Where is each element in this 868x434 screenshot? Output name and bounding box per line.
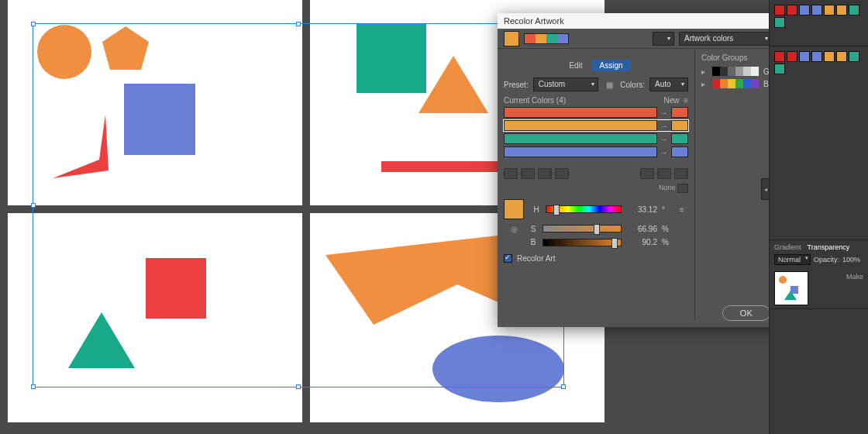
dialog-title: Recolor Artwork bbox=[504, 16, 564, 26]
colors-label: Colors: bbox=[620, 81, 645, 89]
swatch[interactable] bbox=[824, 5, 835, 16]
swatch[interactable] bbox=[836, 5, 847, 16]
recolor-art-checkbox[interactable] bbox=[504, 254, 512, 263]
preset-label: Preset: bbox=[504, 81, 529, 89]
swatch[interactable] bbox=[849, 5, 859, 16]
blend-mode-dropdown[interactable]: Normal bbox=[774, 254, 811, 265]
hsb-preview-swatch[interactable] bbox=[504, 199, 524, 219]
color-mode-icon[interactable]: ◎ bbox=[504, 222, 524, 235]
bri-value[interactable]: 90.2 bbox=[626, 238, 657, 246]
active-color-swatch[interactable] bbox=[504, 31, 519, 46]
color-group-strip[interactable] bbox=[712, 79, 759, 88]
hue-unit: ° bbox=[662, 205, 671, 214]
swatch[interactable] bbox=[799, 5, 810, 16]
color-mapping-row[interactable]: → bbox=[504, 133, 688, 144]
swatch[interactable] bbox=[774, 64, 785, 74]
color-group-strip[interactable] bbox=[712, 67, 759, 76]
swatch[interactable] bbox=[774, 17, 785, 28]
mapping-from-swatch[interactable] bbox=[504, 133, 657, 144]
mapping-from-swatch[interactable] bbox=[504, 120, 657, 131]
exclude-icon[interactable] bbox=[538, 168, 552, 179]
hue-slider[interactable] bbox=[546, 205, 622, 213]
current-colors-label: Current Colors (4) bbox=[504, 96, 566, 105]
tab-edit[interactable]: Edit bbox=[561, 60, 590, 71]
preset-options-icon[interactable]: ▦ bbox=[603, 78, 615, 91]
find-colors-icon[interactable] bbox=[640, 168, 654, 179]
shape-square[interactable] bbox=[124, 84, 195, 155]
artboard-3[interactable] bbox=[8, 213, 302, 422]
swatch[interactable] bbox=[774, 5, 785, 16]
artwork-colors-dropdown[interactable]: Artwork colors bbox=[679, 32, 772, 46]
chevron-right-icon: ▸ bbox=[701, 80, 708, 88]
new-row-icon[interactable] bbox=[555, 168, 569, 179]
swatch[interactable] bbox=[787, 5, 797, 16]
mapping-to-swatch[interactable] bbox=[671, 107, 688, 118]
shape-circle[interactable] bbox=[37, 25, 91, 79]
sat-slider[interactable] bbox=[542, 225, 622, 232]
opacity-label: Opacity: bbox=[814, 256, 839, 264]
make-mask-button[interactable]: Make bbox=[846, 273, 863, 281]
random-sat-icon[interactable] bbox=[674, 168, 688, 179]
swatch[interactable] bbox=[811, 5, 822, 16]
swatch[interactable] bbox=[836, 51, 847, 62]
tab-gradient[interactable]: Gradient bbox=[774, 243, 801, 251]
shape-square[interactable] bbox=[146, 258, 206, 319]
shape-triangle[interactable] bbox=[418, 56, 488, 113]
colors-dropdown[interactable]: Auto bbox=[649, 78, 688, 91]
shape-ellipse[interactable] bbox=[432, 336, 564, 402]
hue-value[interactable]: 33.12 bbox=[626, 205, 657, 214]
swatches-panel[interactable] bbox=[770, 46, 868, 240]
transparency-thumbnail[interactable] bbox=[774, 271, 808, 305]
panel-collapse-tab[interactable]: ◂ bbox=[761, 178, 769, 200]
swatch[interactable] bbox=[849, 51, 859, 62]
slider-mode-icon[interactable]: ≡ bbox=[676, 203, 688, 215]
ok-button[interactable]: OK bbox=[722, 305, 770, 321]
mapping-from-swatch[interactable] bbox=[504, 146, 657, 157]
color-panel[interactable] bbox=[770, 0, 868, 46]
swatch[interactable] bbox=[811, 51, 822, 62]
separate-icon[interactable] bbox=[521, 168, 535, 179]
active-harmony-strip[interactable] bbox=[524, 33, 569, 44]
sat-value[interactable]: 66.96 bbox=[626, 225, 657, 233]
shape-flag[interactable] bbox=[53, 115, 122, 178]
arrow-icon: → bbox=[660, 122, 668, 130]
arrow-icon: → bbox=[660, 108, 668, 117]
mapping-from-swatch[interactable] bbox=[504, 107, 657, 118]
shape-triangle[interactable] bbox=[68, 312, 135, 368]
mapping-to-swatch[interactable] bbox=[671, 133, 688, 144]
color-mapping-row[interactable]: → bbox=[504, 120, 688, 131]
none-swatch[interactable] bbox=[677, 184, 688, 193]
opacity-value[interactable]: 100% bbox=[842, 256, 860, 264]
svg-marker-0 bbox=[102, 26, 149, 70]
dialog-left-pane: Edit Assign Preset: Custom ▦ Colors: Aut… bbox=[498, 49, 695, 320]
bri-unit: % bbox=[662, 238, 671, 246]
sat-label: S bbox=[529, 225, 538, 233]
shape-square[interactable] bbox=[356, 23, 426, 93]
swatch[interactable] bbox=[824, 51, 835, 62]
preset-dropdown[interactable]: Custom bbox=[533, 78, 599, 91]
artboard-1[interactable] bbox=[8, 0, 302, 205]
color-mapping-row[interactable]: → bbox=[504, 146, 688, 157]
transparency-panel[interactable]: Gradient Transparency Normal Opacity: 10… bbox=[770, 240, 868, 309]
bri-label: B bbox=[529, 238, 538, 246]
swatch[interactable] bbox=[774, 51, 785, 62]
mapping-to-swatch[interactable] bbox=[671, 146, 688, 157]
merge-icon[interactable] bbox=[504, 168, 518, 179]
svg-marker-1 bbox=[53, 115, 108, 178]
shape-pentagon[interactable] bbox=[102, 26, 149, 70]
chevron-right-icon: ▸ bbox=[701, 67, 708, 76]
recolor-art-label: Recolor Art bbox=[517, 254, 555, 263]
swatch[interactable] bbox=[799, 51, 810, 62]
tab-transparency[interactable]: Transparency bbox=[808, 243, 850, 251]
bri-slider[interactable] bbox=[542, 239, 622, 246]
tab-assign[interactable]: Assign bbox=[592, 60, 631, 71]
svg-point-5 bbox=[779, 276, 787, 284]
mapping-options-icon[interactable]: ≡ bbox=[684, 96, 688, 105]
arrow-icon: → bbox=[660, 135, 668, 143]
color-mapping-row[interactable]: → bbox=[504, 107, 688, 118]
none-label: None bbox=[659, 184, 676, 191]
random-order-icon[interactable] bbox=[657, 168, 671, 179]
swatch[interactable] bbox=[787, 51, 797, 62]
mapping-to-swatch[interactable] bbox=[671, 120, 688, 131]
color-group-dropdown[interactable] bbox=[653, 32, 674, 46]
